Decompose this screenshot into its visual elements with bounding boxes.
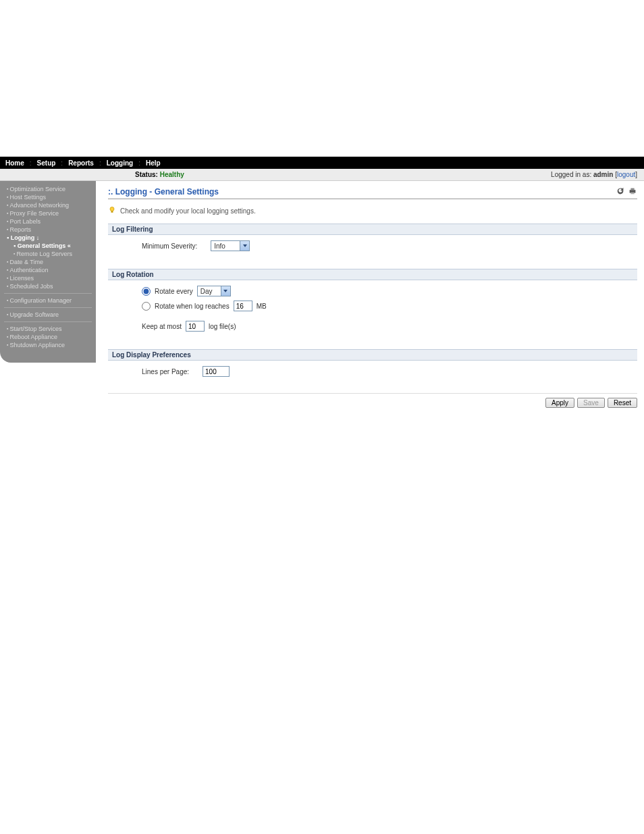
- nav-reports[interactable]: Reports: [65, 159, 97, 167]
- lines-per-page-input[interactable]: [203, 366, 230, 377]
- keep-label-post: log file(s): [209, 323, 236, 330]
- topnav: Home: Setup: Reports: Logging: Help: [3, 159, 163, 167]
- sidebar-item-advanced-networking[interactable]: Advanced Networking: [0, 201, 96, 209]
- rotate-every-label: Rotate every: [155, 288, 193, 295]
- rotate-every-radio[interactable]: [142, 287, 151, 296]
- svg-rect-1: [630, 188, 634, 190]
- sidebar-item-scheduled-jobs[interactable]: Scheduled Jobs: [0, 282, 96, 290]
- sidebar-item-date-time[interactable]: Date & Time: [0, 258, 96, 266]
- login-user: admin: [593, 171, 613, 178]
- top-navbar: Home: Setup: Reports: Logging: Help: [0, 157, 644, 169]
- min-severity-select[interactable]: Info: [211, 240, 250, 251]
- tip-text: Check and modify your local logging sett…: [120, 207, 256, 215]
- sidebar-item-upgrade-software[interactable]: Upgrade Software: [0, 311, 96, 319]
- save-button[interactable]: Save: [577, 398, 605, 408]
- sidebar-item-authentication[interactable]: Authentication: [0, 266, 96, 274]
- sidebar-item-optimization[interactable]: Optimization Service: [0, 185, 96, 193]
- sidebar-item-config-manager[interactable]: Configuration Manager: [0, 296, 96, 305]
- chevron-down-icon: [240, 241, 249, 251]
- svg-rect-2: [630, 192, 634, 194]
- main-content: :. Logging - General Settings Check and …: [96, 181, 644, 415]
- print-icon[interactable]: [628, 186, 637, 197]
- logout-link[interactable]: logout: [617, 171, 635, 178]
- lightbulb-icon: [108, 206, 116, 215]
- sidebar-item-reboot[interactable]: Reboot Appliance: [0, 333, 96, 341]
- nav-logging[interactable]: Logging: [104, 159, 136, 167]
- sidebar-item-reports[interactable]: Reports: [0, 226, 96, 234]
- chevron-down-icon: [221, 286, 230, 296]
- rotate-when-unit: MB: [257, 303, 267, 310]
- page-title: :. Logging - General Settings: [108, 187, 219, 197]
- sidebar-item-remote-log[interactable]: Remote Log Servers: [0, 250, 96, 258]
- sidebar-item-start-stop[interactable]: Start/Stop Services: [0, 325, 96, 333]
- nav-setup[interactable]: Setup: [34, 159, 59, 167]
- log-rotation-heading: Log Rotation: [108, 269, 637, 280]
- sidebar-item-proxy-file[interactable]: Proxy File Service: [0, 209, 96, 217]
- min-severity-label: Minimum Severity:: [142, 242, 197, 250]
- svg-point-3: [110, 207, 114, 211]
- nav-home[interactable]: Home: [3, 159, 27, 167]
- log-display-heading: Log Display Preferences: [108, 349, 637, 361]
- nav-help[interactable]: Help: [143, 159, 163, 167]
- status-value: Healthy: [160, 171, 184, 178]
- sidebar-item-host-settings[interactable]: Host Settings: [0, 193, 96, 201]
- sidebar-item-shutdown[interactable]: Shutdown Appliance: [0, 341, 96, 349]
- status-bar: Status: Healthy Logged in as: admin [log…: [0, 169, 644, 181]
- sidebar-item-logging[interactable]: ▪ Logging ↓: [0, 234, 96, 242]
- rotate-when-radio[interactable]: [142, 302, 151, 311]
- login-info: Logged in as: admin [logout]: [551, 171, 637, 178]
- svg-rect-4: [111, 211, 113, 213]
- sidebar-item-general-settings[interactable]: ▪ General Settings «: [0, 242, 96, 250]
- apply-button[interactable]: Apply: [545, 398, 574, 408]
- refresh-icon[interactable]: [616, 186, 625, 197]
- sidebar-item-licenses[interactable]: Licenses: [0, 274, 96, 282]
- rotate-when-label: Rotate when log reaches: [155, 303, 230, 310]
- keep-input[interactable]: [186, 321, 205, 332]
- sidebar: Optimization Service Host Settings Advan…: [0, 181, 96, 363]
- rotate-every-select[interactable]: Day: [197, 286, 231, 296]
- keep-label-pre: Keep at most: [142, 323, 182, 330]
- status-label: Status:: [135, 171, 158, 178]
- sidebar-item-port-labels[interactable]: Port Labels: [0, 217, 96, 226]
- log-filtering-heading: Log Filtering: [108, 224, 637, 235]
- rotate-when-input[interactable]: [234, 301, 252, 311]
- lines-per-page-label: Lines per Page:: [142, 368, 189, 375]
- reset-button[interactable]: Reset: [608, 398, 637, 408]
